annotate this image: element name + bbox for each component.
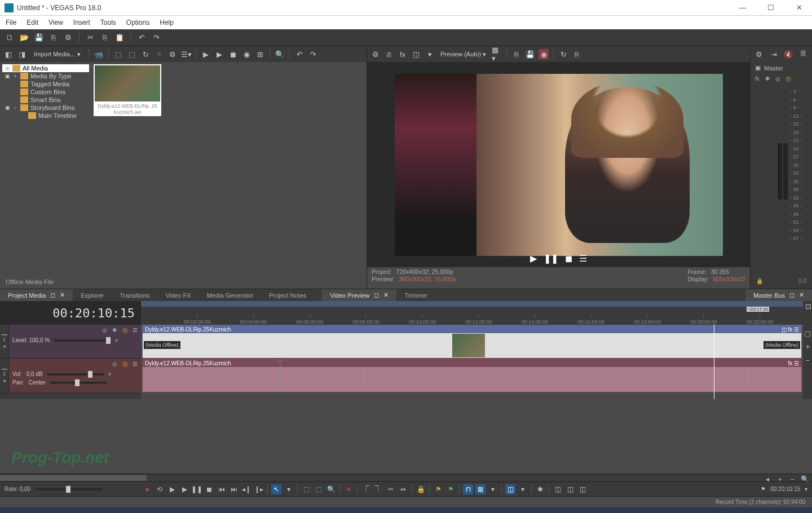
media-gear-icon[interactable]: ⚙ — [167, 49, 178, 59]
track-phase-icon[interactable]: ◎ — [112, 361, 120, 369]
stop-icon[interactable]: ◼ — [204, 484, 214, 494]
lock-icon[interactable]: 🔒 — [416, 484, 426, 494]
snap-icon[interactable]: ⊓ — [463, 484, 473, 494]
normal-edit-icon[interactable]: ↖ — [271, 484, 281, 494]
menu-edit[interactable]: Edit — [27, 19, 38, 26]
go-end-icon[interactable]: ⏭ — [229, 484, 239, 494]
tab-close-icon[interactable]: ✕ — [383, 291, 389, 299]
master-mute-icon[interactable]: 🔇 — [783, 49, 793, 59]
pan-slider[interactable] — [50, 382, 107, 384]
zoom-out-icon[interactable]: − — [787, 474, 797, 484]
tab-master-bus[interactable]: Master Bus◻✕ — [745, 289, 812, 301]
media-loop-icon[interactable]: ↻ — [140, 49, 151, 59]
prev-frame-icon[interactable]: ◂❙ — [241, 484, 251, 494]
media-clip-thumbnail[interactable]: Dyldy.e12.WEB-DLRip..25 Kuzmich.avi — [94, 64, 161, 116]
auto-save-icon[interactable]: ◫ — [553, 484, 563, 494]
clip-fx-icon[interactable]: fx — [788, 360, 792, 366]
preview-mode-dropdown[interactable]: Preview (Auto) ▾ — [438, 51, 488, 58]
track-maximize-icon[interactable]: ▢ — [802, 328, 812, 338]
media-autopreview-icon[interactable]: ◉ — [241, 49, 251, 59]
paste-icon[interactable]: 📋 — [114, 33, 125, 43]
media-play2-icon[interactable]: ▶ — [214, 49, 224, 59]
media-remove-icon[interactable]: ✕ — [154, 49, 164, 59]
media-fwd-icon[interactable]: ↷ — [308, 49, 318, 59]
media-play-icon[interactable]: ▶ — [201, 49, 211, 59]
open-icon[interactable]: 📂 — [19, 33, 29, 43]
preview-quality-icon[interactable]: ▾ — [425, 49, 435, 59]
track-menu-icon[interactable]: ▿ — [108, 371, 111, 377]
preview-misc1-icon[interactable]: ↻ — [558, 49, 568, 59]
clip-fx-icon[interactable]: fx — [788, 326, 792, 333]
save-icon[interactable]: 💾 — [34, 33, 44, 43]
track-more-icon[interactable]: ☰ — [133, 327, 138, 335]
render-icon[interactable]: ⎘ — [48, 33, 59, 43]
preview-split-icon[interactable]: ◫ — [411, 49, 421, 59]
master-auto-icon[interactable]: ✱ — [765, 76, 773, 83]
media-fx2-icon[interactable]: ⬚ — [127, 49, 137, 59]
track-solo-icon[interactable]: Ⓢ — [122, 327, 130, 335]
master-phase-icon[interactable]: ◎ — [775, 76, 783, 83]
tree-storyboard-bins[interactable]: ▣−Storyboard Bins — [2, 104, 89, 112]
tree-custom-bins[interactable]: Custom Bins — [2, 88, 89, 96]
audio-clip[interactable]: Dyldy.e12.WEB-DLRip.25Kuzmichfx ☰ — [142, 359, 802, 392]
lock-icon[interactable]: 🔒 — [756, 278, 763, 284]
menu-options[interactable]: Options — [126, 19, 149, 26]
tab-video-fx[interactable]: Video FX — [158, 289, 199, 301]
track-menu-icon[interactable]: ▿ — [115, 337, 118, 343]
timecode-display[interactable]: 00:20:10:15 — [0, 301, 141, 325]
cursor-position[interactable]: 00:20:10:15 — [770, 486, 800, 492]
track-solo-icon[interactable]: Ⓢ — [122, 361, 130, 369]
zoom-fit-icon[interactable]: 🔍 — [800, 474, 810, 484]
tool-dropdown-icon[interactable]: ▾ — [284, 484, 294, 494]
slip-icon[interactable]: ⇔ — [398, 484, 408, 494]
region-icon[interactable]: ⚑ — [445, 484, 456, 494]
tab-undock-icon[interactable]: ◻ — [50, 291, 55, 299]
envelope-icon[interactable]: ⬚ — [314, 484, 324, 494]
media-stop-icon[interactable]: ◼ — [228, 49, 238, 59]
ruler-opts-icon[interactable]: ⊡ — [803, 301, 812, 311]
capture-icon[interactable]: 📹 — [94, 49, 104, 59]
media-views-icon[interactable]: ☰▾ — [181, 49, 191, 59]
preview-pause-icon[interactable]: ❚❚ — [544, 253, 558, 264]
menu-insert[interactable]: Insert — [73, 19, 90, 26]
menu-file[interactable]: File — [6, 19, 16, 26]
zoom-in-icon[interactable]: ＋ — [775, 474, 785, 484]
media-back-icon[interactable]: ↶ — [294, 49, 304, 59]
misc-tool2-icon[interactable]: ◫ — [577, 484, 588, 494]
preview-menu-icon[interactable]: ☰ — [579, 253, 587, 264]
auto-ripple-icon[interactable]: ◫ — [505, 484, 515, 494]
redo-icon[interactable]: ↷ — [151, 33, 161, 43]
vol-slider[interactable] — [47, 373, 104, 375]
track-content[interactable]: 126122448 Dyldy.e12.WEB-DLRip.25Kuzmich◫… — [141, 325, 803, 399]
next-frame-icon[interactable]: ❙▸ — [254, 484, 264, 494]
crossfade-icon[interactable]: ✱ — [535, 484, 545, 494]
tree-main-timeline[interactable]: Main Timeline — [2, 112, 89, 120]
master-dim-icon[interactable]: ⇥ — [769, 49, 779, 59]
go-start-icon[interactable]: ⏮ — [217, 484, 227, 494]
tab-close-icon[interactable]: ✕ — [60, 291, 65, 299]
master-fx-icon[interactable]: fx — [755, 76, 763, 83]
selection-icon[interactable]: ⬚ — [301, 484, 311, 494]
delete-icon[interactable]: ✕ — [343, 484, 354, 494]
clip-crop-icon[interactable]: ◫ — [782, 326, 787, 333]
tab-video-preview[interactable]: Video Preview◻✕ — [322, 289, 396, 301]
tree-smart-bins[interactable]: Smart Bins — [2, 96, 89, 104]
menu-tools[interactable]: Tools — [100, 19, 116, 26]
track-settings-icon[interactable]: ✱ — [112, 327, 120, 335]
scroll-left-icon[interactable]: ◂ — [762, 474, 773, 484]
rate-slider[interactable] — [35, 488, 103, 490]
tab-trimmer[interactable]: Trimmer — [396, 289, 435, 301]
trim-end-icon[interactable]: ⏋ — [373, 484, 383, 494]
master-gear-icon[interactable]: ⚙ — [754, 49, 764, 59]
menu-view[interactable]: View — [48, 19, 63, 26]
tab-close-icon[interactable]: ✕ — [799, 291, 804, 299]
record-icon[interactable]: ● — [142, 484, 152, 494]
zoom-icon[interactable]: 🔍 — [326, 484, 336, 494]
master-solo-icon[interactable]: Ⓢ — [785, 76, 793, 83]
tab-media-generator[interactable]: Media Generator — [199, 289, 262, 301]
tab-project-media[interactable]: Project Media◻✕ — [0, 289, 73, 301]
misc-tool-icon[interactable]: ◫ — [565, 484, 575, 494]
maximize-button[interactable]: ☐ — [762, 3, 779, 12]
ripple-opts-icon[interactable]: ▾ — [518, 484, 528, 494]
play-icon[interactable]: ▶ — [179, 484, 189, 494]
